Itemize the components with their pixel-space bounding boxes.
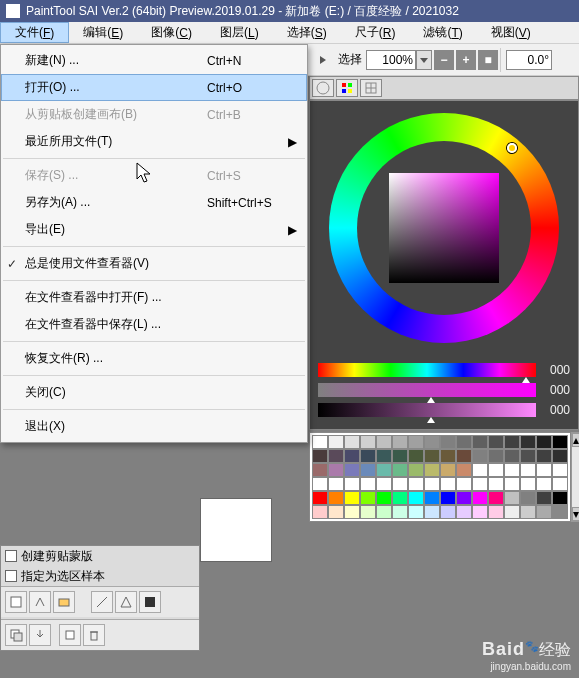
clear-layer-icon[interactable] (59, 624, 81, 646)
swatch[interactable] (408, 435, 424, 449)
swatch[interactable] (488, 463, 504, 477)
swatch[interactable] (424, 505, 440, 519)
swatch[interactable] (328, 505, 344, 519)
color-tab-wheel-icon[interactable] (312, 79, 334, 97)
swatch[interactable] (472, 449, 488, 463)
menu-exit[interactable]: 退出(X) (1, 413, 307, 440)
swatch[interactable] (520, 463, 536, 477)
hue-slider[interactable] (318, 363, 536, 377)
swatch[interactable] (344, 491, 360, 505)
swatch[interactable] (344, 477, 360, 491)
scroll-down-icon[interactable]: ▾ (572, 507, 579, 521)
swatch[interactable] (376, 435, 392, 449)
swatch[interactable] (408, 463, 424, 477)
swatch[interactable] (376, 449, 392, 463)
swatch[interactable] (392, 449, 408, 463)
menu-file[interactable]: 文件(F) (0, 22, 69, 43)
swatch[interactable] (520, 435, 536, 449)
merge-down-icon[interactable] (29, 624, 51, 646)
menu-save-as[interactable]: 另存为(A) ...Shift+Ctrl+S (1, 189, 307, 216)
swatch[interactable] (424, 449, 440, 463)
swatch[interactable] (312, 505, 328, 519)
swatch[interactable] (456, 491, 472, 505)
swatch[interactable] (440, 505, 456, 519)
swatch[interactable] (344, 435, 360, 449)
swatch[interactable] (472, 435, 488, 449)
swatch[interactable] (312, 491, 328, 505)
swatch[interactable] (488, 449, 504, 463)
swatch[interactable] (504, 449, 520, 463)
swatch[interactable] (360, 435, 376, 449)
swatch[interactable] (360, 505, 376, 519)
zoom-out-button[interactable]: − (434, 50, 454, 70)
swatch[interactable] (536, 491, 552, 505)
swatch[interactable] (328, 477, 344, 491)
menu-close[interactable]: 关闭(C) (1, 379, 307, 406)
swatch[interactable] (504, 435, 520, 449)
swatch[interactable] (392, 435, 408, 449)
swatch[interactable] (504, 477, 520, 491)
menu-ruler[interactable]: 尺子(R) (341, 22, 410, 43)
swatch[interactable] (376, 491, 392, 505)
swatch[interactable] (536, 463, 552, 477)
hue-marker[interactable] (507, 143, 517, 153)
swatch[interactable] (440, 463, 456, 477)
swatch[interactable] (440, 477, 456, 491)
menu-save[interactable]: 保存(S) ...Ctrl+S (1, 162, 307, 189)
swatch[interactable] (456, 435, 472, 449)
rotation-input[interactable]: 0.0° (506, 50, 552, 70)
swatch[interactable] (504, 463, 520, 477)
canvas-document[interactable] (200, 498, 272, 562)
swatch[interactable] (376, 463, 392, 477)
swatch[interactable] (488, 477, 504, 491)
swatch[interactable] (536, 435, 552, 449)
new-vector-layer-icon[interactable] (29, 591, 51, 613)
color-tab-swatch-icon[interactable] (336, 79, 358, 97)
swatch[interactable] (424, 491, 440, 505)
swatch[interactable] (520, 491, 536, 505)
swatch[interactable] (536, 477, 552, 491)
zoom-input[interactable]: 100% (366, 50, 416, 70)
swatch[interactable] (472, 491, 488, 505)
swatch[interactable] (360, 477, 376, 491)
swatch[interactable] (488, 491, 504, 505)
swatch[interactable] (472, 477, 488, 491)
swatch[interactable] (552, 449, 568, 463)
color-tab-grid-icon[interactable] (360, 79, 382, 97)
menu-open-in-viewer[interactable]: 在文件查看器中打开(F) ... (1, 284, 307, 311)
nav-next-icon[interactable] (312, 49, 334, 71)
swatch[interactable] (312, 449, 328, 463)
menu-new[interactable]: 新建(N) ...Ctrl+N (1, 47, 307, 74)
menu-from-clipboard[interactable]: 从剪贴板创建画布(B)Ctrl+B (1, 101, 307, 128)
menu-save-in-viewer[interactable]: 在文件查看器中保存(L) ... (1, 311, 307, 338)
transfer-down-icon[interactable] (5, 624, 27, 646)
swatch[interactable] (408, 491, 424, 505)
swatch[interactable] (392, 491, 408, 505)
swatch[interactable] (552, 491, 568, 505)
swatch[interactable] (520, 449, 536, 463)
swatch[interactable] (456, 463, 472, 477)
menu-always-use-viewer[interactable]: ✓总是使用文件查看器(V) (1, 250, 307, 277)
swatch[interactable] (472, 463, 488, 477)
zoom-dropdown-icon[interactable] (416, 50, 432, 70)
delete-layer-icon[interactable] (83, 624, 105, 646)
menu-edit[interactable]: 编辑(E) (69, 22, 137, 43)
new-layer-icon[interactable] (5, 591, 27, 613)
swatch[interactable] (328, 491, 344, 505)
menu-open[interactable]: 打开(O) ...Ctrl+O (1, 74, 307, 101)
swatch[interactable] (424, 477, 440, 491)
menu-revert[interactable]: 恢复文件(R) ... (1, 345, 307, 372)
swatch[interactable] (424, 463, 440, 477)
swatch[interactable] (312, 435, 328, 449)
swatch[interactable] (552, 435, 568, 449)
swatch[interactable] (552, 505, 568, 519)
sv-box[interactable] (389, 173, 499, 283)
line-layer-icon[interactable] (91, 591, 113, 613)
swatch[interactable] (456, 505, 472, 519)
swatch[interactable] (344, 505, 360, 519)
mask-layer-icon[interactable] (139, 591, 161, 613)
swatch[interactable] (312, 477, 328, 491)
scroll-up-icon[interactable]: ▴ (572, 433, 579, 447)
swatch[interactable] (312, 463, 328, 477)
clip-mask-checkbox[interactable] (5, 550, 17, 562)
